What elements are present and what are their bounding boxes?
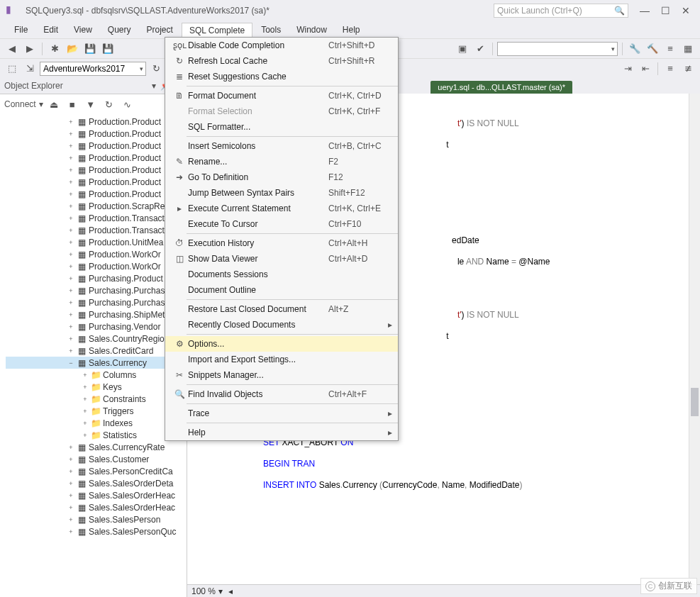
tree-node[interactable]: +▦Purchasing.Purchas [6, 284, 187, 296]
menu-item-format-document[interactable]: 🗎Format DocumentCtrl+K, Ctrl+D [165, 88, 398, 104]
tool-icon[interactable]: ▣ [455, 41, 470, 57]
expand-icon[interactable]: + [81, 396, 89, 403]
expand-icon[interactable]: + [67, 203, 75, 210]
menu-item-insert-semicolons[interactable]: Insert SemicolonsCtrl+B, Ctrl+C [165, 138, 398, 154]
menu-item-refresh-local-cache[interactable]: ↻Refresh Local CacheCtrl+Shift+R [165, 53, 398, 69]
menu-window[interactable]: Window [289, 23, 334, 37]
menu-item-import-and-export-settings[interactable]: Import and Export Settings... [165, 352, 398, 367]
expand-icon[interactable]: − [67, 359, 75, 367]
tree-node[interactable]: +▦Sales.CreditCard [6, 345, 187, 357]
expand-icon[interactable]: + [67, 227, 75, 234]
tree-node[interactable]: +▦Sales.CurrencyRate [6, 441, 187, 453]
menu-item-documents-sessions[interactable]: Documents Sessions [165, 267, 398, 282]
expand-icon[interactable]: + [67, 480, 75, 487]
uncomment-button[interactable]: ≢ [680, 61, 696, 77]
expand-icon[interactable]: + [67, 347, 75, 355]
tree-node[interactable]: +📁Keys [6, 381, 187, 393]
tree-node[interactable]: +📁Columns [6, 369, 187, 381]
tree-node[interactable]: +▦Production.WorkOr [6, 248, 187, 260]
stop-icon[interactable]: ■ [65, 96, 80, 112]
tree-node[interactable]: +▦Production.ScrapRe [6, 200, 187, 212]
zoom-level[interactable]: 100 % [191, 586, 216, 596]
tree-node[interactable]: +📁Constraints [6, 393, 187, 405]
menu-item-trace[interactable]: Trace▸ [165, 406, 398, 421]
tree-node[interactable]: +▦Production.Transact [6, 212, 187, 224]
expand-icon[interactable]: + [67, 528, 75, 535]
expand-icon[interactable]: + [67, 130, 75, 138]
expand-icon[interactable]: + [67, 468, 75, 475]
expand-icon[interactable]: + [81, 384, 89, 391]
tool-icon[interactable]: ⇲ [22, 61, 38, 77]
menu-item-rename[interactable]: ✎Rename...F2 [165, 154, 398, 169]
expand-icon[interactable]: + [81, 432, 89, 439]
menu-item-execute-to-cursor[interactable]: Execute To CursorCtrl+F10 [165, 216, 398, 232]
indent-button[interactable]: ⇥ [620, 61, 635, 77]
menu-edit[interactable]: Edit [36, 23, 65, 37]
menu-item-show-data-viewer[interactable]: ◫Show Data ViewerCtrl+Alt+D [165, 251, 398, 267]
expand-icon[interactable]: + [67, 143, 75, 150]
expand-icon[interactable]: + [67, 287, 75, 294]
menu-item-restore-last-closed-document[interactable]: Restore Last Closed DocumentAlt+Z [165, 301, 398, 317]
expand-icon[interactable]: + [67, 492, 75, 499]
tree-node[interactable]: +▦Sales.SalesOrderDeta [6, 477, 187, 489]
tree-node[interactable]: +▦Purchasing.Vendor [6, 320, 187, 333]
sync-icon[interactable]: ∿ [120, 96, 135, 112]
tree-node[interactable]: +📁Triggers [6, 405, 187, 417]
tree-node[interactable]: +▦Sales.SalesPerson [6, 513, 187, 525]
menu-item-find-invalid-objects[interactable]: 🔍Find Invalid ObjectsCtrl+Alt+F [165, 386, 398, 402]
maximize-button[interactable]: ☐ [661, 5, 670, 16]
expand-icon[interactable]: + [67, 239, 75, 246]
tree-node[interactable]: +▦Production.Product [6, 116, 187, 128]
tree-node[interactable]: +▦Sales.SalesPersonQuc [6, 525, 187, 537]
expand-icon[interactable]: + [67, 167, 75, 174]
tool-icon[interactable]: ✔ [472, 41, 488, 57]
new-query-button[interactable]: ✱ [47, 41, 62, 57]
tree-node[interactable]: +📁Statistics [6, 429, 187, 441]
dropdown-icon[interactable]: ▾ [152, 81, 156, 91]
expand-icon[interactable]: + [67, 504, 75, 511]
expand-icon[interactable]: + [81, 408, 89, 415]
nav-fwd-button[interactable]: ▶ [22, 41, 38, 57]
tree-node[interactable]: +▦Sales.PersonCreditCa [6, 465, 187, 477]
tree-node[interactable]: +▦Purchasing.Product [6, 272, 187, 284]
menu-item-jump-between-syntax-pairs[interactable]: Jump Between Syntax PairsShift+F12 [165, 185, 398, 201]
refresh-icon[interactable]: ↻ [148, 61, 164, 77]
object-tree[interactable]: +▦Production.Product+▦Production.Product… [0, 114, 187, 597]
expand-icon[interactable]: + [67, 191, 75, 198]
expand-icon[interactable]: + [67, 516, 75, 523]
tree-node[interactable]: +▦Production.Transact [6, 224, 187, 236]
expand-icon[interactable]: + [67, 444, 75, 451]
tree-node[interactable]: −▦Sales.Currency [6, 357, 187, 369]
tree-node[interactable]: +▦Sales.CountryRegio [6, 333, 187, 345]
vertical-scrollbar[interactable] [689, 94, 700, 584]
tool-icon[interactable]: ⬚ [4, 61, 20, 77]
refresh-icon[interactable]: ↻ [101, 96, 117, 112]
outdent-button[interactable]: ⇤ [638, 61, 653, 77]
expand-icon[interactable]: + [81, 372, 89, 379]
menu-tools[interactable]: Tools [254, 23, 288, 37]
expand-icon[interactable]: + [67, 299, 75, 306]
comment-button[interactable]: ≡ [662, 61, 678, 77]
tree-node[interactable]: +▦Production.Product [6, 152, 187, 164]
save-all-button[interactable]: 💾 [100, 41, 116, 57]
chevron-down-icon[interactable]: ▾ [218, 586, 223, 596]
filter-icon[interactable]: ▼ [83, 96, 99, 112]
menu-item-help[interactable]: Help▸ [165, 425, 398, 440]
menu-item-document-outline[interactable]: Document Outline [165, 282, 398, 298]
quick-launch-input[interactable]: Quick Launch (Ctrl+Q) 🔍 [494, 4, 628, 18]
close-button[interactable]: ✕ [682, 5, 690, 16]
open-button[interactable]: 📂 [65, 41, 80, 57]
connect-button[interactable]: Connect [4, 99, 36, 109]
disconnect-icon[interactable]: ⏏ [46, 96, 62, 112]
tool-icon[interactable]: 🔨 [645, 41, 660, 57]
tree-node[interactable]: +▦Production.Product [6, 188, 187, 200]
menu-item-snippets-manager[interactable]: ✂Snippets Manager... [165, 367, 398, 383]
expand-icon[interactable]: + [67, 215, 75, 222]
menu-item-execution-history[interactable]: ⏱Execution HistoryCtrl+Alt+H [165, 235, 398, 251]
menu-item-options[interactable]: ⚙Options... [165, 336, 398, 352]
tree-node[interactable]: +📁Indexes [6, 417, 187, 429]
target-combo[interactable] [497, 42, 618, 56]
expand-icon[interactable]: + [67, 155, 75, 162]
tool-icon[interactable]: ▦ [680, 41, 696, 57]
menu-item-recently-closed-documents[interactable]: Recently Closed Documents▸ [165, 317, 398, 333]
